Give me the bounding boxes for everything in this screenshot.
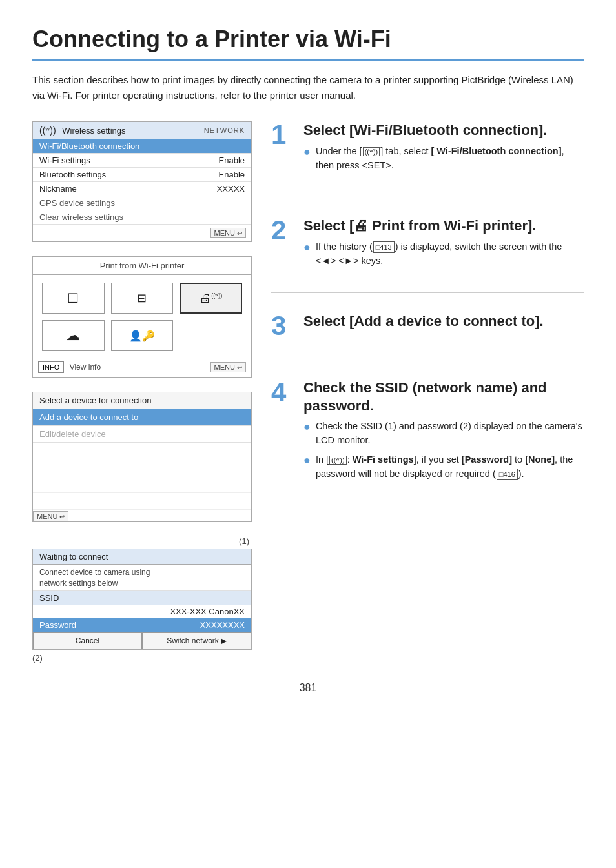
nickname-value: XXXXX (217, 184, 245, 194)
step-4-title: Check the SSID (network name) and passwo… (303, 379, 584, 414)
bluetooth-settings-row: Bluetooth settings Enable (33, 168, 251, 182)
right-column: 1 Select [Wi-Fi/Bluetooth connection]. ●… (271, 121, 584, 505)
ssid-label-row: SSID (33, 591, 251, 605)
step-4-bullet-1-text: Check the SSID (1) and password (2) disp… (316, 419, 584, 448)
step-2-rule (271, 292, 584, 293)
wifi-bluetooth-row[interactable]: Wi-Fi/Bluetooth connection (33, 139, 251, 154)
password-row: Password XXXXXXXX (33, 618, 251, 632)
switch-network-button[interactable]: Switch network ▶ (142, 632, 251, 649)
wireless-settings-panel: ((ʷ)) Wireless settings NETWORK Wi-Fi/Bl… (32, 121, 252, 242)
panel1-header: ((ʷ)) Wireless settings NETWORK (33, 122, 251, 139)
page-title: Connecting to a Printer via Wi-Fi (32, 26, 584, 52)
panel3-footer: MENU ↩ (33, 510, 251, 521)
label-1: (1) (32, 536, 252, 546)
edit-delete-row[interactable]: Edit/delete device (33, 426, 251, 443)
step-2-bullet-1: ● If the history (□413) is displayed, sw… (303, 240, 584, 268)
printer-icons-grid: ☐ ⊟ 🖨((ʷ)) ☁ 👤🔑 (33, 275, 251, 359)
bullet-icon-2: ● (303, 240, 311, 255)
step-2-bullets: ● If the history (□413) is displayed, sw… (303, 240, 584, 268)
left-column: ((ʷ)) Wireless settings NETWORK Wi-Fi/Bl… (32, 121, 252, 663)
intro-text: This section describes how to print imag… (32, 72, 584, 103)
main-layout: ((ʷ)) Wireless settings NETWORK Wi-Fi/Bl… (32, 121, 584, 663)
step-4-bullets: ● Check the SSID (1) and password (2) di… (303, 419, 584, 481)
device-panel-header: Select a device for connection (33, 392, 251, 409)
step-1-content: Select [Wi-Fi/Bluetooth connection]. ● U… (303, 121, 584, 177)
ref-icon-4: □416 (497, 469, 518, 481)
step-4-content: Check the SSID (network name) and passwo… (303, 379, 584, 486)
step-2-number: 2 (271, 217, 294, 244)
step-4-bullet-1: ● Check the SSID (1) and password (2) di… (303, 419, 584, 448)
cancel-button[interactable]: Cancel (33, 632, 142, 649)
panel1-menu-btn[interactable]: MENU ↩ (210, 228, 246, 238)
cloud-icon-box[interactable]: ☁ (42, 320, 105, 351)
nickname-label: Nickname (39, 184, 77, 194)
step-3-content: Select [Add a device to connect to]. (303, 312, 584, 336)
wifi-tab-icon-4: ((ʷ)) (329, 456, 347, 465)
panel2-menu-arrow: ↩ (237, 364, 242, 371)
empty-row-2 (33, 459, 251, 476)
network-label: NETWORK (204, 126, 245, 134)
panel2-menu-label: MENU (214, 363, 235, 371)
step-1-title: Select [Wi-Fi/Bluetooth connection]. (303, 121, 584, 139)
title-divider (32, 59, 584, 61)
ssid-value-row: XXX-XXX CanonXX (33, 605, 251, 618)
step-2-bullet-1-text: If the history (□413) is displayed, swit… (316, 240, 584, 268)
step-1-rule (271, 197, 584, 197)
step-3: 3 Select [Add a device to connect to]. (271, 312, 584, 339)
panel1-menu-arrow: ↩ (237, 230, 242, 237)
empty-row-1 (33, 443, 251, 459)
wifi-printer-icon: 🖨((ʷ)) (200, 292, 222, 305)
printer-icon-box[interactable]: ⊟ (111, 283, 174, 314)
clear-row: Clear wireless settings (33, 210, 251, 225)
wifi-settings-label: Wi-Fi settings (39, 156, 90, 165)
cp-subheader: Connect device to camera using network s… (33, 565, 251, 591)
panel3-menu-btn[interactable]: MENU ↩ (33, 511, 68, 521)
password-label: Password (39, 620, 76, 630)
password-value: XXXXXXXX (200, 620, 245, 630)
step-1-bullet-1-text: Under the [((ʷ))] tab, select [ Wi-Fi/Bl… (316, 145, 584, 173)
label-2: (2) (32, 653, 252, 663)
empty-row-4 (33, 493, 251, 510)
panel3-menu-label: MENU (37, 512, 57, 520)
device-select-panel: Select a device for connection Add a dev… (32, 392, 252, 522)
bluetooth-value: Enable (219, 170, 245, 179)
step-1: 1 Select [Wi-Fi/Bluetooth connection]. ●… (271, 121, 584, 177)
bullet-icon-4a: ● (303, 419, 311, 434)
step-4-bullet-2-text: In [((ʷ)): Wi-Fi settings], if you set [… (316, 453, 584, 481)
ssid-value: XXX-XXX CanonXX (170, 607, 245, 616)
bullet-icon: ● (303, 145, 311, 159)
step-1-bullets: ● Under the [((ʷ))] tab, select [ Wi-Fi/… (303, 145, 584, 173)
bluetooth-label: Bluetooth settings (39, 170, 106, 179)
panel1-header-label: Wireless settings (62, 126, 125, 136)
cp-buttons: Cancel Switch network ▶ (33, 632, 251, 649)
wifi-bluetooth-label: Wi-Fi/Bluetooth connection (39, 141, 139, 151)
info-button[interactable]: INFO (38, 361, 64, 373)
gps-row: GPS device settings (33, 196, 251, 210)
step-1-number: 1 (271, 121, 294, 148)
gps-label: GPS device settings (39, 198, 115, 208)
panel1-footer: MENU ↩ (33, 225, 251, 241)
subheader-line2: network settings below (39, 579, 118, 588)
wifi-printer-icon-box[interactable]: 🖨((ʷ)) (180, 283, 242, 314)
view-info-label: View info (70, 363, 101, 372)
person-key-icon-box[interactable]: 👤🔑 (111, 320, 174, 351)
step-4-number: 4 (271, 379, 294, 406)
printer-icon: ⊟ (137, 291, 147, 305)
print-wifi-panel: Print from Wi-Fi printer ☐ ⊟ 🖨((ʷ)) ☁ (32, 256, 252, 378)
step-3-number: 3 (271, 312, 294, 339)
nickname-row: Nickname XXXXX (33, 182, 251, 196)
wifi-icon: ((ʷ)) (39, 125, 56, 136)
connect-panel: Waiting to connect Connect device to cam… (32, 549, 252, 650)
step-4: 4 Check the SSID (network name) and pass… (271, 379, 584, 486)
panel2-menu-btn[interactable]: MENU ↩ (210, 362, 246, 372)
step-4-bullet-2: ● In [((ʷ)): Wi-Fi settings], if you set… (303, 453, 584, 481)
add-device-row[interactable]: Add a device to connect to (33, 409, 251, 426)
info-section: INFO View info (38, 361, 101, 373)
wifi-settings-value: Enable (219, 156, 245, 165)
step-2-content: Select [🖨 Print from Wi-Fi printer]. ● I… (303, 217, 584, 273)
switch-arrow-icon: ▶ (221, 636, 227, 645)
step-2: 2 Select [🖨 Print from Wi-Fi printer]. ●… (271, 217, 584, 273)
wifi-settings-row: Wi-Fi settings Enable (33, 154, 251, 168)
image-icon-box[interactable]: ☐ (42, 283, 105, 314)
connect-section: (1) Waiting to connect Connect device to… (32, 536, 252, 663)
